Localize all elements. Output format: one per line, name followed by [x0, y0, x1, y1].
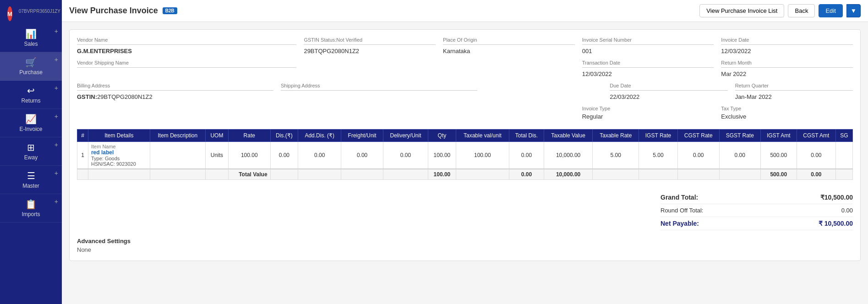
edit-dropdown-button[interactable]: ▼	[846, 4, 861, 17]
info-row-2: Vendor Shipping Name Transaction Date 12…	[77, 60, 853, 81]
item-name-value: red label	[91, 149, 147, 156]
net-payable-label: Net Payable:	[661, 220, 699, 227]
due-date-col: Due Date 22/03/2022	[610, 83, 727, 104]
table-row: 1 Item Name red label Type: Goods HSN/SA…	[77, 142, 853, 169]
purchase-plus-icon[interactable]: +	[55, 56, 58, 63]
billing-gstin-number: 29BTQPG2080N1Z2	[97, 93, 153, 100]
sidebar-item-returns[interactable]: + ↩ Returns	[0, 81, 62, 109]
invoice-table-wrapper: # Item Details Item Description UOM Rate…	[77, 129, 853, 184]
sidebar-item-label-master: Master	[22, 183, 39, 189]
row-qty: 100.00	[428, 142, 456, 169]
sidebar-item-purchase[interactable]: + 🛒 Purchase	[0, 52, 62, 81]
main-content: View Purchase Invoice B2B View Purchase …	[62, 0, 868, 304]
sidebar-item-sales[interactable]: + 📊 Sales	[0, 24, 62, 52]
return-quarter-col: Return Quarter Jan-Mar 2022	[735, 83, 853, 104]
sidebar-item-master[interactable]: + ☰ Master	[0, 166, 62, 194]
invoice-serial-value: 001	[582, 48, 714, 54]
grand-total-value: ₹10,500.00	[820, 194, 853, 201]
round-off-label: Round Off Total:	[661, 207, 703, 214]
sidebar: M 07BVRPR3650J1ZY + 📊 Sales + 🛒 Purchase…	[0, 0, 62, 304]
round-off-row: Round Off Total: 0.00	[661, 204, 853, 217]
einvoice-plus-icon[interactable]: +	[55, 113, 58, 120]
row-cgst-rate: 0.00	[677, 142, 719, 169]
gstin-status-label: GSTIN Status:Not Verified	[304, 37, 436, 43]
row-uom: Units	[205, 142, 228, 169]
col-igst-amt: IGST Amt	[760, 130, 797, 142]
col-igst-rate: IGST Rate	[639, 130, 677, 142]
row-taxable-val-unit: 100.00	[456, 142, 509, 169]
empty-col-4	[443, 106, 575, 124]
row-sg	[835, 142, 852, 169]
sidebar-item-imports[interactable]: + 📋 Imports	[0, 194, 62, 223]
col-sgst-rate: SGST Rate	[719, 130, 760, 142]
table-total-row: Total Value 100.00 0.00 10,000.00	[77, 169, 853, 180]
total-dis-val: 0.00	[509, 169, 544, 180]
place-of-origin-label: Place Of Origin	[443, 37, 575, 43]
total-empty-13	[719, 169, 760, 180]
sales-icon: 📊	[25, 28, 37, 39]
invoice-table: # Item Details Item Description UOM Rate…	[77, 129, 853, 180]
total-empty-6	[298, 169, 341, 180]
empty-col-shipping	[304, 106, 436, 124]
row-dis: 0.00	[270, 142, 298, 169]
invoice-serial-label: Invoice Serial Number	[582, 37, 714, 43]
row-cgst-amt: 0.00	[797, 142, 835, 169]
b2b-badge: B2B	[163, 7, 177, 14]
company-id: 07BVRPR3650J1ZY	[15, 8, 62, 16]
billing-address-label: Billing Address	[77, 83, 273, 88]
return-month-label: Return Month	[721, 60, 853, 65]
edit-button[interactable]: Edit	[819, 4, 842, 17]
eway-plus-icon[interactable]: +	[55, 141, 58, 148]
empty-col-3	[485, 83, 602, 104]
total-taxable: 10,000.00	[544, 169, 592, 180]
col-dis: Dis.(₹)	[270, 130, 298, 142]
due-date-value: 22/03/2022	[610, 93, 727, 100]
header-actions: View Purchase Invoice List Back Edit ▼	[699, 4, 861, 17]
invoice-type-col: Invoice Type Regular	[582, 106, 714, 124]
sales-plus-icon[interactable]: +	[55, 27, 58, 35]
tax-type-label: Tax Type	[721, 106, 853, 111]
totals-section: Grand Total: ₹10,500.00 Round Off Total:…	[77, 191, 853, 230]
place-of-origin-col: Place Of Origin Karnataka	[443, 37, 575, 58]
vendor-shipping-col: Vendor Shipping Name	[77, 60, 296, 81]
transaction-date-label: Transaction Date	[582, 60, 714, 65]
sidebar-item-eway[interactable]: + ⊞ Eway	[0, 137, 62, 166]
col-taxable-val-unit: Taxable val/unit	[456, 130, 509, 142]
col-taxable-value: Taxable Value	[544, 130, 592, 142]
sidebar-item-label-returns: Returns	[21, 98, 40, 104]
row-igst-rate: 5.00	[639, 142, 677, 169]
imports-plus-icon[interactable]: +	[55, 198, 58, 205]
transaction-date-col: Transaction Date 12/03/2022	[582, 60, 714, 81]
row-add-dis: 0.00	[298, 142, 341, 169]
invoice-type-value: Regular	[582, 113, 714, 120]
master-plus-icon[interactable]: +	[55, 169, 58, 177]
item-type-value: Type: Goods	[91, 156, 147, 161]
col-delivery: Delivery/Unit	[383, 130, 428, 142]
col-taxable-rate: Taxable Rate	[593, 130, 639, 142]
return-month-col: Return Month Mar 2022	[721, 60, 853, 81]
advanced-settings-title: Advanced Settings	[77, 238, 853, 244]
col-cgst-amt: CGST Amt	[797, 130, 835, 142]
info-row-4: Invoice Type Regular Tax Type Exclusive	[77, 106, 853, 124]
view-list-button[interactable]: View Purchase Invoice List	[699, 4, 784, 17]
invoice-serial-col: Invoice Serial Number 001	[582, 37, 714, 58]
sidebar-item-einvoice[interactable]: + 📈 E-Invoice	[0, 109, 62, 137]
total-empty-14	[835, 169, 852, 180]
invoice-card: Vendor Name G.M.ENTERPRISES GSTIN Status…	[69, 29, 861, 261]
shipping-address-label: Shipping Address	[281, 83, 477, 88]
due-date-label: Due Date	[610, 83, 727, 88]
info-row-1: Vendor Name G.M.ENTERPRISES GSTIN Status…	[77, 37, 853, 58]
total-empty-5	[270, 169, 298, 180]
col-total-dis: Total Dis.	[509, 130, 544, 142]
invoice-date-col: Invoice Date 12/03/2022	[721, 37, 853, 58]
row-sgst-rate: 0.00	[719, 142, 760, 169]
empty-col-1	[304, 60, 436, 81]
total-igst: 500.00	[760, 169, 797, 180]
total-empty-1	[77, 169, 88, 180]
returns-plus-icon[interactable]: +	[55, 84, 58, 92]
eway-icon: ⊞	[27, 142, 35, 153]
empty-col-billing	[77, 106, 296, 124]
row-delivery: 0.00	[383, 142, 428, 169]
total-empty-12	[677, 169, 719, 180]
back-button[interactable]: Back	[788, 4, 815, 17]
